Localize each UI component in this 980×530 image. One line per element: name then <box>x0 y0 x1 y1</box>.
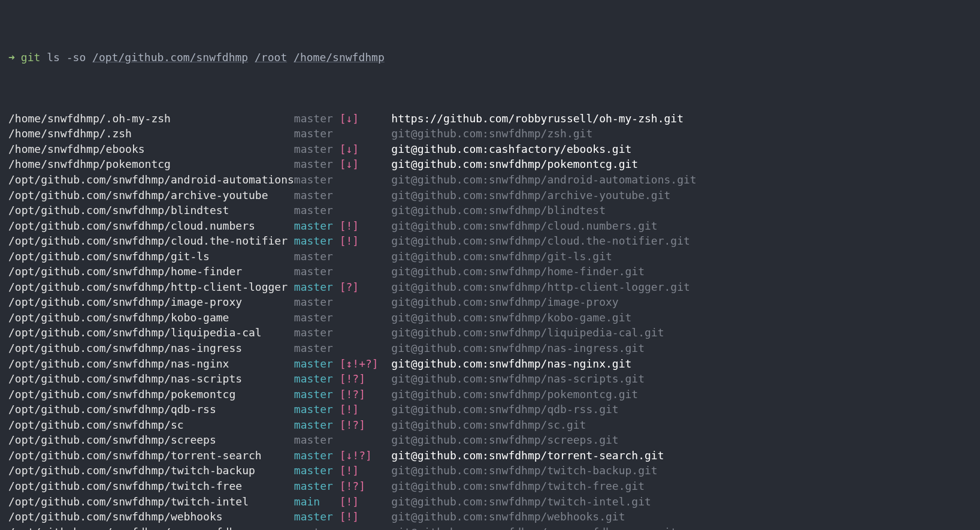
repo-path: /opt/github.com/snwfdhmp/pokemontcg <box>8 387 294 402</box>
repo-row: /opt/github.com/snwfdhmp/twitch-intelmai… <box>8 494 972 510</box>
repo-path: /opt/github.com/snwfdhmp/webhooks <box>8 509 294 525</box>
repo-row: /opt/github.com/snwfdhmp/www.snwfdhmp.co… <box>8 525 972 530</box>
repo-branch: master <box>294 111 340 127</box>
repo-remote: git@github.com:snwfdhmp/archive-youtube.… <box>391 188 670 203</box>
repo-remote: git@github.com:snwfdhmp/screeps.git <box>391 432 618 448</box>
repo-path: /opt/github.com/snwfdhmp/www.snwfdhmp.co… <box>8 525 294 530</box>
repo-status: [!?] <box>340 478 392 494</box>
repo-path: /opt/github.com/snwfdhmp/qdb-rss <box>8 402 294 417</box>
repo-path: /opt/github.com/snwfdhmp/http-client-log… <box>8 279 294 295</box>
repo-remote: git@github.com:snwfdhmp/cloud.the-notifi… <box>391 233 690 249</box>
repo-remote: git@github.com:snwfdhmp/twitch-free.git <box>391 478 645 494</box>
prompt-arrow-icon: ➜ <box>8 50 15 65</box>
repo-status: [↓] <box>340 111 392 127</box>
repo-branch: master <box>294 172 340 188</box>
repo-path: /opt/github.com/snwfdhmp/cloud.numbers <box>8 218 294 234</box>
repo-row: /opt/github.com/snwfdhmp/kobo-gamemaster… <box>8 310 972 326</box>
repo-status: [!] <box>340 402 392 417</box>
repo-branch: master <box>294 371 340 387</box>
repo-remote: git@github.com:snwfdhmp/blindtest <box>391 203 606 218</box>
repo-row: /opt/github.com/snwfdhmp/image-proxymast… <box>8 294 972 310</box>
repo-path: /opt/github.com/snwfdhmp/nas-ingress <box>8 341 294 356</box>
repo-branch: main <box>294 494 340 510</box>
repo-status: [↓!?] <box>340 448 392 463</box>
repo-status: [?] <box>340 279 392 295</box>
repo-status: [↓] <box>340 141 392 157</box>
repo-status: [!?] <box>340 371 392 387</box>
repo-branch: master <box>294 387 340 402</box>
repo-row: /opt/github.com/snwfdhmp/webhooksmaster[… <box>8 509 972 525</box>
repo-status: [↓] <box>340 156 392 172</box>
repo-path: /opt/github.com/snwfdhmp/archive-youtube <box>8 188 294 203</box>
repo-status: [!] <box>340 218 392 234</box>
repo-branch: master <box>294 325 340 341</box>
repo-row: /opt/github.com/snwfdhmp/git-lsmastergit… <box>8 249 972 264</box>
repo-branch: master <box>294 478 340 494</box>
repo-status <box>340 310 392 326</box>
repo-status <box>340 325 392 341</box>
repo-status <box>340 126 392 141</box>
repo-branch: master <box>294 188 340 203</box>
repo-status <box>340 432 392 448</box>
repo-remote: git@github.com:snwfdhmp/pokemontcg.git <box>391 387 638 402</box>
repo-row: /opt/github.com/snwfdhmp/screepsmastergi… <box>8 432 972 448</box>
repo-status: [!] <box>340 509 392 525</box>
repo-branch: master <box>294 432 340 448</box>
repo-remote: git@github.com:snwfdhmp/home-finder.git <box>391 264 645 279</box>
repo-row: /opt/github.com/snwfdhmp/twitch-backupma… <box>8 463 972 478</box>
repo-status: [!?] <box>340 387 392 402</box>
repo-branch: master <box>294 126 340 141</box>
command-flags: -so <box>66 50 86 65</box>
repo-row: /home/snwfdhmp/.oh-my-zshmaster[↓]https:… <box>8 111 972 127</box>
repo-row: /opt/github.com/snwfdhmp/nas-ingressmast… <box>8 341 972 356</box>
repo-remote: git@github.com:snwfdhmp/www.snwfdhmp.com… <box>391 525 677 530</box>
repo-remote: git@github.com:snwfdhmp/nas-nginx.git <box>391 356 631 372</box>
repo-remote: git@github.com:snwfdhmp/liquipedia-cal.g… <box>391 325 664 341</box>
repo-branch: master <box>294 356 340 372</box>
repo-remote: git@github.com:snwfdhmp/twitch-backup.gi… <box>391 463 657 478</box>
repo-branch: master <box>294 264 340 279</box>
repo-remote: git@github.com:snwfdhmp/nas-scripts.git <box>391 371 645 387</box>
repo-branch: master <box>294 203 340 218</box>
repo-path: /opt/github.com/snwfdhmp/android-automat… <box>8 172 294 188</box>
repo-path: /opt/github.com/snwfdhmp/twitch-intel <box>8 494 294 510</box>
repo-path: /opt/github.com/snwfdhmp/cloud.the-notif… <box>8 233 294 249</box>
repo-row: /opt/github.com/snwfdhmp/twitch-freemast… <box>8 478 972 494</box>
repo-remote: git@github.com:snwfdhmp/zsh.git <box>391 126 592 141</box>
command-name: git <box>21 50 41 65</box>
repo-path: /home/snwfdhmp/pokemontcg <box>8 156 294 172</box>
repo-path: /opt/github.com/snwfdhmp/screeps <box>8 432 294 448</box>
repo-row: /opt/github.com/snwfdhmp/blindtestmaster… <box>8 203 972 218</box>
terminal[interactable]: ➜ git ls -so /opt/github.com/snwfdhmp /r… <box>0 0 980 530</box>
repo-remote: git@github.com:snwfdhmp/cloud.numbers.gi… <box>391 218 657 234</box>
repo-path: /opt/github.com/snwfdhmp/nas-scripts <box>8 371 294 387</box>
repo-path: /opt/github.com/snwfdhmp/git-ls <box>8 249 294 264</box>
repo-row: /opt/github.com/snwfdhmp/liquipedia-calm… <box>8 325 972 341</box>
repo-row: /home/snwfdhmp/ebooksmaster[↓]git@github… <box>8 141 972 157</box>
command-arg: /home/snwfdhmp <box>294 50 385 65</box>
repo-row: /home/snwfdhmp/pokemontcgmaster[↓]git@gi… <box>8 156 972 172</box>
repo-path: /opt/github.com/snwfdhmp/kobo-game <box>8 310 294 326</box>
repo-path: /opt/github.com/snwfdhmp/sc <box>8 417 294 433</box>
repo-status <box>340 203 392 218</box>
repo-status: [!?] <box>340 417 392 433</box>
repo-remote: git@github.com:snwfdhmp/nas-ingress.git <box>391 341 645 356</box>
repo-remote: git@github.com:snwfdhmp/kobo-game.git <box>391 310 631 326</box>
repo-row: /opt/github.com/snwfdhmp/nas-nginxmaster… <box>8 356 972 372</box>
repo-row: /opt/github.com/snwfdhmp/cloud.the-notif… <box>8 233 972 249</box>
repo-branch: master <box>294 141 340 157</box>
command-arg: /root <box>255 50 287 65</box>
repo-branch: master <box>294 463 340 478</box>
repo-row: /opt/github.com/snwfdhmp/nas-scriptsmast… <box>8 371 972 387</box>
repo-status <box>340 264 392 279</box>
repo-remote: git@github.com:snwfdhmp/twitch-intel.git <box>391 494 651 510</box>
repo-branch: master <box>294 156 340 172</box>
repo-branch: master <box>294 509 340 525</box>
repo-remote: git@github.com:snwfdhmp/http-client-logg… <box>391 279 690 295</box>
repo-branch: master <box>294 279 340 295</box>
repo-status <box>340 188 392 203</box>
command-arg: /opt/github.com/snwfdhmp <box>92 50 248 65</box>
repo-status <box>340 525 392 530</box>
repo-branch: master <box>294 341 340 356</box>
repo-remote: git@github.com:snwfdhmp/sc.git <box>391 417 586 433</box>
